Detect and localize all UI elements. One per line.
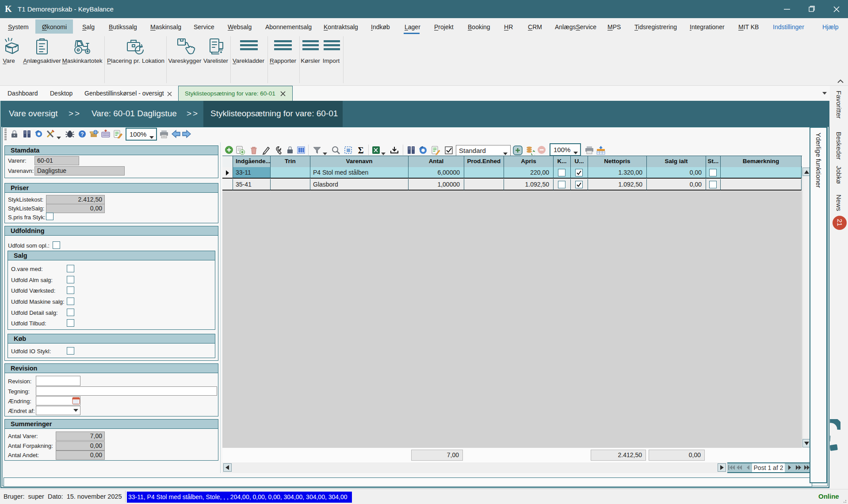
svg-text:?: ?: [80, 131, 84, 137]
svg-text:Σ: Σ: [358, 145, 363, 155]
